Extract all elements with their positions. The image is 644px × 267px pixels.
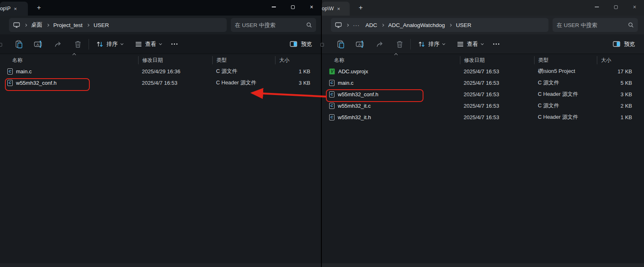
breadcrumb-overflow[interactable]: ··· xyxy=(353,22,360,28)
close-button[interactable]: × xyxy=(302,0,321,14)
breadcrumb-adc-analogwatchdog[interactable]: ADC_AnalogWatchdog xyxy=(388,22,445,28)
preview-icon xyxy=(290,41,298,47)
address-bar[interactable]: ··· ADC ADC_AnalogWatchdog USER xyxy=(331,18,548,32)
close-icon: × xyxy=(633,4,636,10)
uvision-project-icon: V xyxy=(329,68,335,75)
file-row-w55mh32-it-c[interactable]: Cw55mh32_it.c 2025/4/7 16:53 C 源文件 2 KB xyxy=(322,100,644,111)
breadcrumb-adc[interactable]: ADC xyxy=(366,22,378,28)
c-file-icon: C xyxy=(329,91,335,97)
column-headers: 名称 修改日期 类型 大小 xyxy=(0,55,321,66)
tab-project-test[interactable]: op\P × xyxy=(0,2,28,16)
sort-button[interactable]: 排序 xyxy=(93,38,126,51)
sort-button[interactable]: 排序 xyxy=(415,38,448,51)
file-row-adc-uvprojx[interactable]: VADC.uvprojx 2025/4/7 16:53 礸ision5 Proj… xyxy=(322,66,644,77)
file-name: w55mh32_conf.h xyxy=(338,91,378,97)
column-size[interactable]: 大小 xyxy=(597,56,635,64)
view-button[interactable]: 查看 xyxy=(454,38,487,51)
preview-button[interactable]: 预览 xyxy=(610,38,638,51)
tab-adc-user[interactable]: op\W × xyxy=(322,2,350,16)
file-type: 礸ision5 Project xyxy=(534,68,597,75)
rename-icon[interactable]: A xyxy=(34,39,43,49)
breadcrumb-desktop[interactable]: 桌面 xyxy=(31,21,42,29)
toolbar-divider xyxy=(89,39,89,50)
file-name: w55mh32_conf.h xyxy=(16,80,57,86)
file-date: 2025/4/7 16:53 xyxy=(460,103,534,109)
breadcrumb-user[interactable]: USER xyxy=(93,22,109,28)
search-input[interactable] xyxy=(557,22,628,28)
column-date[interactable]: 修改日期 xyxy=(138,56,212,64)
breadcrumb-project-test[interactable]: Project_test xyxy=(53,22,82,28)
breadcrumb-chevron-icon xyxy=(86,23,89,26)
rename-icon[interactable]: A xyxy=(355,39,365,49)
window-controls-left: × xyxy=(264,0,321,14)
paste-icon[interactable] xyxy=(336,39,346,49)
file-row-w55mh32-conf-h[interactable]: Cw55mh32_conf.h 2025/4/7 16:53 C Header … xyxy=(0,77,321,88)
tab-close-icon[interactable]: × xyxy=(13,6,18,11)
address-row-left: 桌面 Project_test USER xyxy=(0,16,321,34)
column-name[interactable]: 名称 xyxy=(322,56,460,64)
sort-icon xyxy=(96,41,103,48)
c-file-icon: C xyxy=(329,80,335,86)
file-type: C 源文件 xyxy=(534,79,597,86)
minimize-button[interactable] xyxy=(264,0,283,14)
address-bar[interactable]: 桌面 Project_test USER xyxy=(9,18,227,32)
file-name: main.c xyxy=(338,80,353,86)
file-date: 2025/4/7 16:53 xyxy=(138,80,212,86)
paste-icon[interactable] xyxy=(14,39,24,49)
share-icon[interactable] xyxy=(375,39,385,49)
copy-icon[interactable] xyxy=(319,39,324,49)
file-row-main-c[interactable]: Cmain.c 2025/4/7 16:53 C 源文件 5 KB xyxy=(322,77,644,88)
status-strip xyxy=(322,263,644,267)
maximize-icon xyxy=(614,5,618,9)
copy-icon[interactable] xyxy=(0,39,2,49)
preview-button[interactable]: 预览 xyxy=(287,38,315,51)
minimize-icon xyxy=(595,7,599,7)
view-label: 查看 xyxy=(145,41,156,48)
file-type: C Header 源文件 xyxy=(212,79,275,86)
close-button[interactable]: × xyxy=(625,0,644,14)
toolbar-divider xyxy=(410,39,411,50)
this-pc-icon xyxy=(335,22,342,28)
minimize-icon xyxy=(272,7,276,7)
column-type[interactable]: 类型 xyxy=(534,56,597,64)
chevron-down-icon xyxy=(481,42,484,45)
file-size: 3 KB xyxy=(597,91,635,97)
new-tab-button[interactable]: + xyxy=(355,0,367,16)
preview-label: 预览 xyxy=(301,41,312,48)
status-strip xyxy=(0,263,321,267)
svg-text:A: A xyxy=(358,42,361,46)
desktop-stage: op\P × + × 桌面 Project_test USER xyxy=(0,0,644,267)
file-row-w55mh32-it-h[interactable]: Cw55mh32_it.h 2025/4/7 16:53 C Header 源文… xyxy=(322,111,644,123)
breadcrumb-chevron-icon xyxy=(449,23,452,26)
file-size: 1 KB xyxy=(275,68,314,75)
delete-icon[interactable] xyxy=(73,39,83,49)
maximize-button[interactable] xyxy=(606,0,625,14)
view-button[interactable]: 查看 xyxy=(132,38,165,51)
more-options-icon[interactable] xyxy=(171,43,177,45)
chevron-down-icon xyxy=(121,42,123,45)
breadcrumb-user[interactable]: USER xyxy=(456,22,471,28)
toolbar-right: A 排序 查看 预览 xyxy=(322,34,644,54)
share-icon[interactable] xyxy=(53,39,63,49)
c-file-icon: C xyxy=(7,80,13,86)
file-row-w55mh32-conf-h[interactable]: Cw55mh32_conf.h 2025/4/7 16:53 C Header … xyxy=(322,88,644,100)
tab-close-icon[interactable]: × xyxy=(336,6,341,11)
breadcrumb-chevron-icon xyxy=(24,23,27,26)
column-name[interactable]: 名称 xyxy=(0,56,138,64)
new-tab-button[interactable]: + xyxy=(33,0,45,16)
file-row-main-c[interactable]: Cmain.c 2025/4/29 16:36 C 源文件 1 KB xyxy=(0,66,321,77)
delete-icon[interactable] xyxy=(395,39,405,49)
column-type[interactable]: 类型 xyxy=(212,56,275,64)
file-date: 2025/4/29 16:36 xyxy=(138,68,212,75)
more-options-icon[interactable] xyxy=(493,43,499,45)
chevron-down-icon xyxy=(442,42,445,45)
maximize-button[interactable] xyxy=(283,0,302,14)
file-name: w55mh32_it.c xyxy=(338,103,371,109)
minimize-button[interactable] xyxy=(587,0,606,14)
sort-icon xyxy=(418,41,425,48)
column-date[interactable]: 修改日期 xyxy=(460,56,534,64)
preview-icon xyxy=(613,41,621,47)
column-size[interactable]: 大小 xyxy=(275,56,314,64)
file-list-right: 名称 修改日期 类型 大小 VADC.uvprojx 2025/4/7 16:5… xyxy=(322,54,644,263)
search-input[interactable] xyxy=(235,22,306,28)
